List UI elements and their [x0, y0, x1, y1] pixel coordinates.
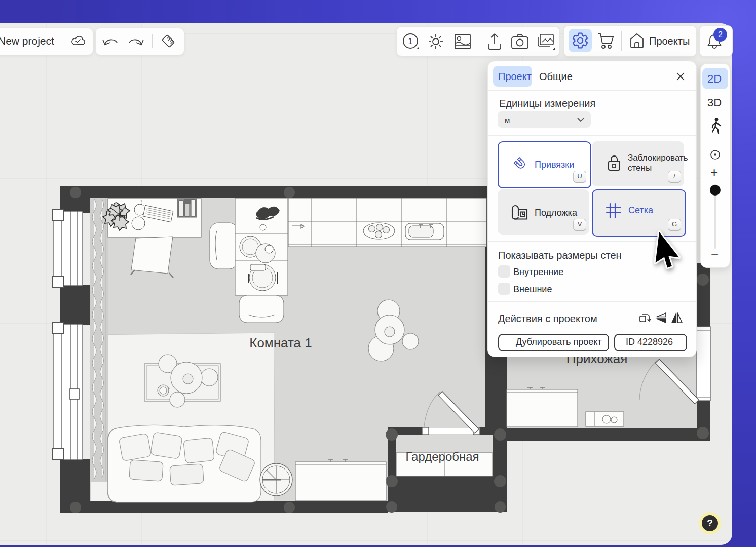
svg-text:Комната 1: Комната 1 [249, 335, 312, 350]
svg-text:1: 1 [408, 37, 413, 46]
svg-text:Гардеробная: Гардеробная [405, 450, 479, 463]
